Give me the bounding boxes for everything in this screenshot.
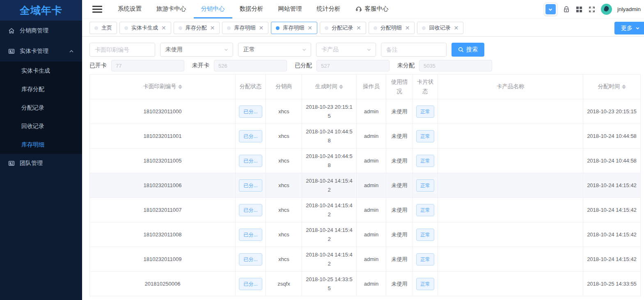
column-header: 分销商 — [266, 75, 302, 99]
page-tab[interactable]: 实体卡生成 ✕ — [119, 22, 171, 34]
table-row[interactable]: 1810232011007 已分... xhcs 2018-10-24 14:1… — [90, 198, 641, 222]
chevron-down-icon — [545, 4, 556, 14]
page-tab[interactable]: 分配明细 ✕ — [369, 22, 415, 34]
cell-assigned-time: 2018-10-24 10:44:58 — [583, 124, 641, 149]
table-row[interactable]: 1810232011009 已分... xhcs 2018-10-24 14:1… — [90, 247, 641, 272]
page-tab[interactable]: 库存明细 ✕ — [271, 22, 317, 34]
sidebar-submenu: 实体卡生成库存分配分配记录回收记录库存明细 — [0, 62, 82, 154]
assign-status-button[interactable]: 已分... — [239, 278, 262, 290]
chevron-down-icon — [367, 47, 371, 52]
assign-status-button[interactable]: 已分... — [239, 253, 262, 266]
cell-created-time: 2018-10-24 14:15:42 — [302, 198, 357, 222]
stat-label: 未分配 — [397, 62, 415, 69]
sort-icon[interactable] — [339, 84, 343, 89]
page-tab[interactable]: 库存明细 ✕ — [222, 22, 268, 34]
fullscreen-icon[interactable] — [588, 6, 596, 13]
tabbar: 主页 实体卡生成 ✕ 库存分配 ✕ 库存明细 ✕ 库存明细 ✕ 分配记录 ✕ 分… — [82, 18, 644, 37]
page-tab[interactable]: 分配记录 ✕ — [320, 22, 366, 34]
sidebar-subitem[interactable]: 实体卡生成 — [0, 62, 82, 80]
cell-assigned-time: 2018-10-24 14:15:42 — [583, 222, 641, 247]
hamburger-menu-icon[interactable] — [92, 0, 102, 18]
sidebar-item-physical-card-management[interactable]: 实体卡管理 — [0, 41, 82, 62]
assign-status-button[interactable]: 已分... — [239, 204, 262, 216]
sort-icon[interactable] — [622, 84, 626, 89]
topnav-item[interactable]: 客服中心 — [348, 0, 396, 18]
close-icon[interactable]: ✕ — [210, 25, 215, 31]
remark-input[interactable] — [381, 43, 447, 57]
cell-product-name — [438, 149, 583, 173]
cell-usage: 未使用 — [386, 272, 413, 296]
home-icon — [8, 27, 15, 34]
page-tab[interactable]: 回收记录 ✕ — [417, 22, 463, 34]
table-row[interactable]: 1810232011006 已分... xhcs 2018-10-24 14:1… — [90, 173, 641, 198]
theme-dropdown-button[interactable] — [544, 2, 557, 16]
assign-status-button[interactable]: 已分... — [239, 229, 262, 241]
topnav-item[interactable]: 分销中心 — [194, 0, 232, 18]
card-status-button[interactable]: 正常 — [416, 130, 434, 142]
cell-card-print-number: 1810232011008 — [90, 222, 236, 247]
close-icon[interactable]: ✕ — [454, 25, 458, 31]
card-status-button[interactable]: 正常 — [416, 155, 434, 167]
apps-grid-icon[interactable] — [575, 6, 583, 13]
topnav-item[interactable]: 数据分析 — [232, 0, 271, 18]
topnav-item[interactable]: 统计分析 — [309, 0, 348, 18]
cell-distributor: xhcs — [266, 247, 302, 272]
close-icon[interactable]: ✕ — [356, 25, 361, 31]
card-status-button[interactable]: 正常 — [416, 105, 434, 118]
card-print-number-input[interactable] — [89, 43, 155, 57]
more-tabs-button[interactable]: 更多 — [614, 22, 644, 34]
avatar[interactable] — [601, 4, 612, 15]
cell-product-name — [438, 99, 583, 124]
cell-assigned-time: 2018-10-23 20:15:15 — [583, 99, 641, 124]
sidebar-item-label: 分销商管理 — [20, 27, 48, 34]
assign-status-button[interactable]: 已分... — [239, 130, 262, 142]
assign-status-button[interactable]: 已分... — [239, 105, 262, 118]
sidebar-subitem[interactable]: 库存明细 — [0, 135, 82, 154]
table-row[interactable]: 201810250006 已分... zsqfx 2018-10-25 14:3… — [90, 272, 641, 296]
username[interactable]: jnlyadmin — [617, 6, 641, 12]
card-status-button[interactable]: 正常 — [416, 278, 434, 290]
sidebar-item-distributor-management[interactable]: 分销商管理 — [0, 21, 82, 41]
cell-usage: 未使用 — [386, 99, 413, 124]
cell-assigned-time: 2018-10-24 14:15:42 — [583, 247, 641, 272]
close-icon[interactable]: ✕ — [307, 25, 312, 31]
column-header: 分配状态 — [236, 75, 266, 99]
card-product-select[interactable]: 卡产品 — [316, 43, 376, 57]
table-row[interactable]: 1810232011008 已分... xhcs 2018-10-24 14:1… — [90, 222, 641, 247]
sort-icon[interactable] — [178, 84, 182, 89]
sidebar-item-team-management[interactable]: 团队管理 — [0, 154, 82, 172]
topnav-item[interactable]: 网站管理 — [271, 0, 309, 18]
cell-card-print-number: 1810232011001 — [90, 124, 236, 149]
topnav-item[interactable]: 系统设置 — [110, 0, 149, 18]
table-row[interactable]: 1810232011005 已分... xhcs 2018-10-24 10:4… — [90, 149, 641, 173]
card-status-button[interactable]: 正常 — [416, 204, 434, 216]
cell-card-print-number: 1810232011007 — [90, 198, 236, 222]
cell-created-time: 2018-10-24 14:15:42 — [302, 247, 357, 272]
assign-status-button[interactable]: 已分... — [239, 179, 262, 192]
sidebar-subitem[interactable]: 回收记录 — [0, 117, 82, 135]
usage-status-select[interactable]: 未使用 — [160, 43, 233, 57]
search-button[interactable]: 搜索 — [451, 43, 484, 57]
close-icon[interactable]: ✕ — [259, 25, 264, 31]
headset-icon — [355, 5, 362, 12]
table-row[interactable]: 1810232011001 已分... xhcs 2018-10-24 10:4… — [90, 124, 641, 149]
cell-product-name — [438, 173, 583, 198]
lock-icon[interactable] — [563, 6, 570, 13]
page-tab[interactable]: 库存分配 ✕ — [174, 22, 220, 34]
cell-created-time: 2018-10-24 14:15:42 — [302, 222, 357, 247]
card-status-button[interactable]: 正常 — [416, 229, 434, 241]
close-icon[interactable]: ✕ — [161, 25, 166, 31]
tab-status-dot — [325, 26, 328, 30]
card-status-button[interactable]: 正常 — [416, 179, 434, 192]
stat-value-input — [419, 60, 492, 71]
assign-status-button[interactable]: 已分... — [239, 155, 262, 167]
sidebar-subitem[interactable]: 库存分配 — [0, 80, 82, 98]
sidebar-subitem[interactable]: 分配记录 — [0, 98, 82, 117]
close-icon[interactable]: ✕ — [405, 25, 410, 31]
table-row[interactable]: 1810232011000 已分... xhcs 2018-10-23 20:1… — [90, 99, 641, 124]
card-status-select[interactable]: 正常 — [238, 43, 311, 57]
page-tab[interactable]: 主页 — [89, 22, 117, 34]
topnav-item[interactable]: 旅游卡中心 — [149, 0, 194, 18]
stats-bar: 已开卡 未开卡 已分配 未分配 — [89, 60, 644, 71]
card-status-button[interactable]: 正常 — [416, 253, 434, 266]
